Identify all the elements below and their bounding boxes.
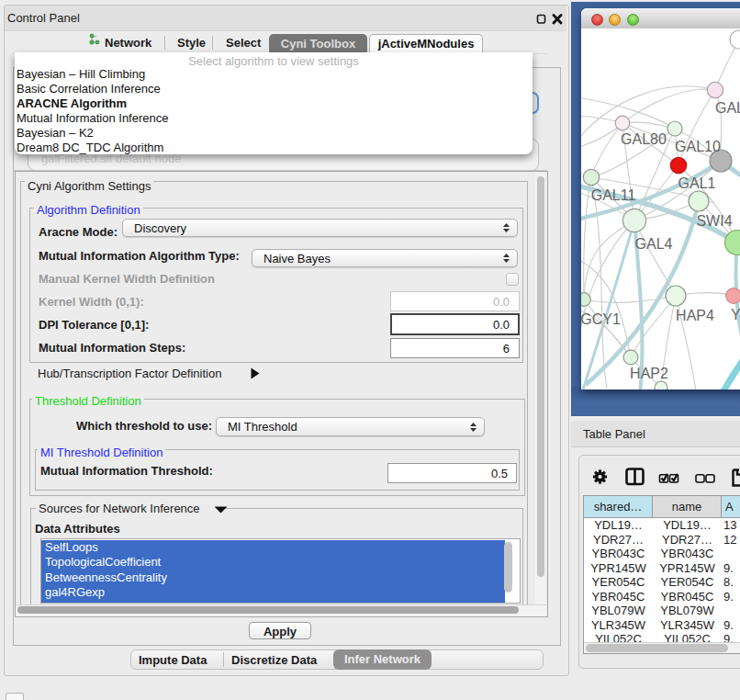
svg-text:HAP2: HAP2 <box>630 366 668 381</box>
svg-text:HAP4: HAP4 <box>676 308 714 323</box>
svg-text:GAL11: GAL11 <box>591 187 636 203</box>
svg-text:Y: Y <box>731 307 740 322</box>
svg-text:GAL4: GAL4 <box>635 236 673 252</box>
svg-text:GAL1: GAL1 <box>678 175 716 191</box>
svg-text:GAL80: GAL80 <box>621 131 667 147</box>
svg-text:GCY1: GCY1 <box>581 311 621 327</box>
svg-text:GAL10: GAL10 <box>675 139 721 154</box>
svg-text:SWI4: SWI4 <box>696 213 732 229</box>
svg-text:GAL2: GAL2 <box>715 100 740 116</box>
